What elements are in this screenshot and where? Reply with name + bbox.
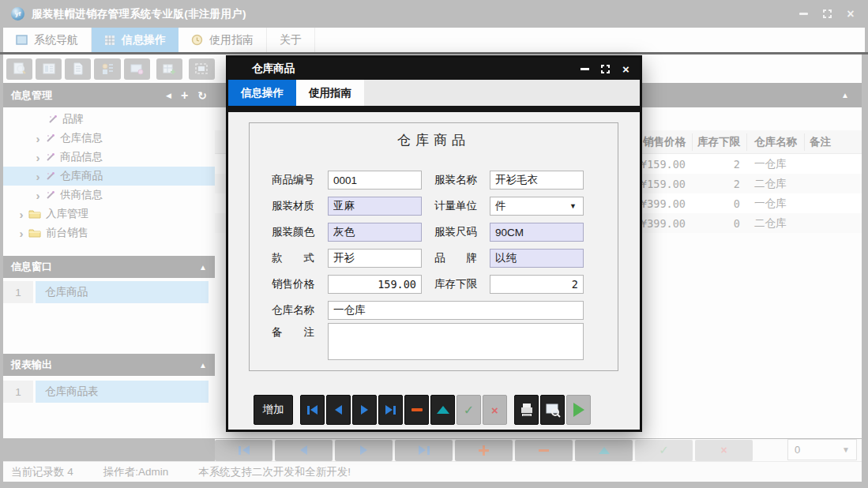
chevron-right-icon[interactable]: › [33,189,43,202]
info-window-list-item[interactable]: 1 仓库商品 [3,281,215,303]
panel-refresh-icon[interactable]: ↻ [197,89,207,102]
delete-record-button[interactable] [515,440,573,461]
restore-button[interactable] [821,8,833,21]
list-item-label[interactable]: 仓库商品 [36,281,209,303]
tree-item-brand[interactable]: 品牌 [3,110,215,129]
collapse-up-icon[interactable]: ▲ [199,361,207,370]
tree-item-front-sales[interactable]: › 前台销售 [3,223,215,242]
add-button[interactable]: 增加 [254,395,293,425]
delete-record-button[interactable] [404,395,429,425]
column-header-note[interactable]: 备注 [810,130,857,154]
collapse-up-icon[interactable]: ▲ [841,91,849,99]
chevron-right-icon[interactable]: › [17,227,26,240]
chevron-right-icon[interactable]: › [33,170,43,183]
tree-item-label: 仓库商品 [60,169,103,183]
last-record-button[interactable] [395,440,453,461]
prev-record-button[interactable] [326,395,351,425]
document-button[interactable] [65,58,91,80]
tab-info-operation[interactable]: 信息操作 [92,28,178,52]
tree-item-product-info[interactable]: › 商品信息 [3,148,215,167]
print-preview-button[interactable] [540,395,565,425]
product-code-field[interactable] [328,171,422,190]
panel-left-arrow-icon[interactable]: ◀ [166,92,171,99]
min-stock-field[interactable] [490,275,584,294]
edit-record-button[interactable] [430,395,455,425]
last-record-button[interactable] [378,395,403,425]
dialog-tab-info-operation[interactable]: 信息操作 [228,80,296,106]
tab-user-guide[interactable]: 使用指南 [178,28,267,52]
material-field[interactable] [328,197,422,216]
list-item-label[interactable]: 仓库商品表 [36,381,209,403]
tree-item-label: 入库管理 [46,207,88,221]
product-name-field[interactable] [490,171,584,190]
dialog-title: 仓库商品 [252,62,295,76]
column-separator [804,133,805,151]
unit-dropdown[interactable]: 件 ▼ [490,197,584,216]
arrow-right-icon [419,445,426,455]
column-header-min-stock[interactable]: 库存下限 [695,130,740,154]
first-icon [307,406,310,415]
tree-item-label: 前台销售 [46,226,88,240]
arrow-right-icon [360,445,367,455]
color-field[interactable] [328,223,422,242]
selection-box-button[interactable] [189,58,215,80]
post-record-button: ✓ [457,395,481,425]
next-record-button[interactable] [352,395,377,425]
minimize-icon [581,68,589,70]
dialog-close-button[interactable]: × [620,63,632,75]
first-record-button[interactable] [300,395,325,425]
collapse-up-icon[interactable]: ▲ [199,263,207,272]
dialog-maximize-button[interactable] [599,63,611,75]
dialog-body: 仓库商品 商品编号 服装名称 服装材质 计量单位 件 ▼ 服装颜色 服装尺码 [228,112,640,390]
edit-record-button[interactable] [575,440,633,461]
plus-icon [479,445,489,456]
next-record-button[interactable] [335,440,393,461]
print-button[interactable] [514,395,539,425]
add-record-button[interactable] [455,440,513,461]
dialog-tab-user-guide[interactable]: 使用指南 [296,80,364,106]
status-message: 本系统支持二次开发和全新开发! [198,465,351,479]
minimize-button[interactable] [797,8,810,21]
style-field[interactable] [328,249,422,268]
window-titlebar: yf 服装鞋帽进销存管理系统专业版(非注册用户) × [0,0,868,28]
column-header-warehouse[interactable]: 仓库名称 [754,130,817,154]
chevron-right-icon[interactable]: › [33,132,43,145]
table-add-button[interactable] [156,58,182,80]
close-button[interactable]: × [844,8,857,21]
cell-warehouse: 一仓库 [754,193,817,213]
panel-plus-icon[interactable]: + [181,88,188,103]
warehouse-field[interactable] [328,301,584,320]
brand-field[interactable] [490,249,584,268]
tree-item-warehouse-product[interactable]: › 仓库商品 [3,167,215,186]
tree-item-supplier-info[interactable]: › 供商信息 [3,186,215,205]
first-record-button[interactable] [215,440,272,461]
screen-button[interactable] [124,58,150,80]
note-field[interactable] [328,323,584,360]
info-tree: 品牌 › 仓库信息 › 商品信息 › 仓库商品 › 供商信息 › [3,110,215,242]
price-field[interactable] [328,275,422,294]
size-field[interactable] [490,223,584,242]
search-button[interactable] [6,58,32,80]
prev-record-button[interactable] [275,440,333,461]
list-item-number: 1 [3,281,33,303]
tab-system-navigation[interactable]: 系统导航 [3,28,92,52]
triangle-up-icon [599,447,610,454]
tree-item-warehouse-info[interactable]: › 仓库信息 [3,129,215,148]
dialog-titlebar[interactable]: 仓库商品 × [228,58,640,80]
chevron-right-icon[interactable]: › [17,208,26,221]
dialog-button-bar: 增加 ✓ × [228,390,640,430]
card-list-button[interactable] [36,58,62,80]
tree-item-inbound-management[interactable]: › 入库管理 [3,205,215,223]
selection-box-icon [194,62,209,76]
user-report-button[interactable] [94,58,120,80]
report-list-item[interactable]: 1 仓库商品表 [3,381,215,403]
cell-warehouse: 二仓库 [754,213,817,233]
arrow-right-icon [385,405,393,415]
record-count-select[interactable]: 0 ▼ [787,439,857,460]
folder-icon [28,208,42,220]
run-button[interactable] [566,395,591,425]
chevron-right-icon[interactable]: › [33,151,43,164]
dialog-minimize-button[interactable] [579,63,591,75]
app-logo-icon: yf [11,7,24,21]
tab-about[interactable]: 关于 [267,28,315,52]
